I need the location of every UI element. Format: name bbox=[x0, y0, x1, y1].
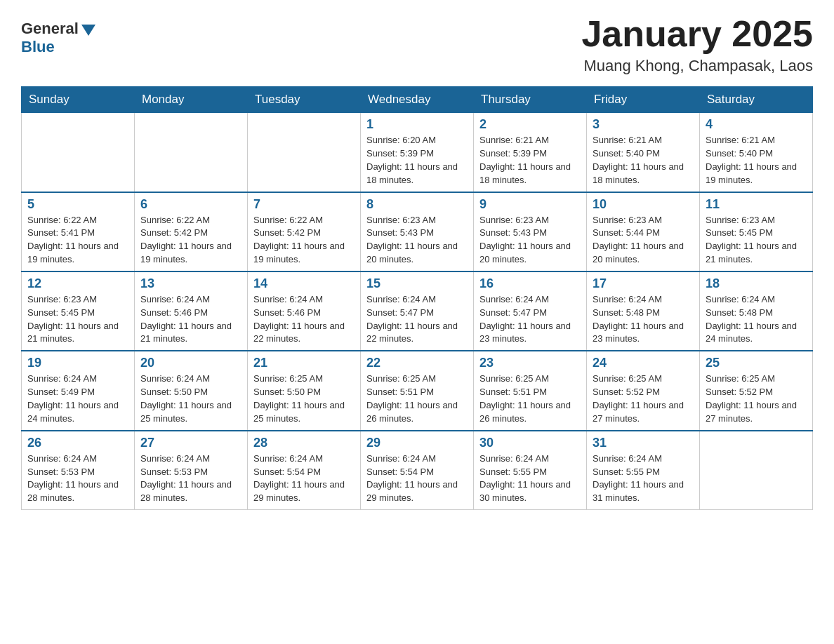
calendar-cell: 27Sunrise: 6:24 AM Sunset: 5:53 PM Dayli… bbox=[135, 431, 248, 510]
day-info: Sunrise: 6:25 AM Sunset: 5:51 PM Dayligh… bbox=[479, 373, 581, 425]
day-number: 23 bbox=[479, 356, 581, 370]
day-number: 25 bbox=[706, 356, 807, 370]
day-number: 14 bbox=[253, 276, 355, 291]
day-number: 12 bbox=[27, 276, 128, 291]
day-number: 8 bbox=[366, 197, 468, 212]
day-info: Sunrise: 6:24 AM Sunset: 5:53 PM Dayligh… bbox=[140, 452, 241, 505]
calendar-cell bbox=[22, 113, 135, 192]
day-number: 21 bbox=[253, 356, 355, 370]
calendar-cell: 18Sunrise: 6:24 AM Sunset: 5:48 PM Dayli… bbox=[700, 271, 813, 351]
calendar-cell: 21Sunrise: 6:25 AM Sunset: 5:50 PM Dayli… bbox=[248, 351, 361, 430]
day-info: Sunrise: 6:21 AM Sunset: 5:39 PM Dayligh… bbox=[479, 134, 581, 187]
calendar-cell: 20Sunrise: 6:24 AM Sunset: 5:50 PM Dayli… bbox=[135, 351, 248, 430]
day-number: 1 bbox=[366, 117, 468, 132]
calendar-cell: 16Sunrise: 6:24 AM Sunset: 5:47 PM Dayli… bbox=[474, 271, 587, 351]
calendar-cell: 1Sunrise: 6:20 AM Sunset: 5:39 PM Daylig… bbox=[361, 113, 474, 192]
calendar-cell: 8Sunrise: 6:23 AM Sunset: 5:43 PM Daylig… bbox=[361, 192, 474, 271]
location-title: Muang Khong, Champasak, Laos bbox=[581, 57, 813, 75]
calendar-cell: 14Sunrise: 6:24 AM Sunset: 5:46 PM Dayli… bbox=[248, 271, 361, 351]
day-number: 30 bbox=[479, 436, 581, 450]
calendar-cell: 29Sunrise: 6:24 AM Sunset: 5:54 PM Dayli… bbox=[361, 431, 474, 510]
calendar-cell: 26Sunrise: 6:24 AM Sunset: 5:53 PM Dayli… bbox=[22, 431, 135, 510]
day-info: Sunrise: 6:23 AM Sunset: 5:43 PM Dayligh… bbox=[366, 214, 468, 267]
logo-general-text: General bbox=[21, 20, 79, 38]
day-number: 16 bbox=[479, 276, 581, 291]
day-info: Sunrise: 6:23 AM Sunset: 5:43 PM Dayligh… bbox=[479, 214, 581, 267]
calendar-week-row: 5Sunrise: 6:22 AM Sunset: 5:41 PM Daylig… bbox=[22, 192, 813, 271]
day-info: Sunrise: 6:25 AM Sunset: 5:51 PM Dayligh… bbox=[366, 373, 468, 425]
calendar-cell: 24Sunrise: 6:25 AM Sunset: 5:52 PM Dayli… bbox=[587, 351, 700, 430]
calendar-cell bbox=[135, 113, 248, 192]
day-info: Sunrise: 6:24 AM Sunset: 5:55 PM Dayligh… bbox=[593, 452, 694, 505]
logo: General Blue bbox=[21, 20, 95, 56]
day-info: Sunrise: 6:25 AM Sunset: 5:52 PM Dayligh… bbox=[593, 373, 694, 425]
day-number: 17 bbox=[593, 276, 694, 291]
calendar-header-row: SundayMondayTuesdayWednesdayThursdayFrid… bbox=[22, 87, 813, 113]
calendar-cell: 12Sunrise: 6:23 AM Sunset: 5:45 PM Dayli… bbox=[22, 271, 135, 351]
day-number: 29 bbox=[366, 436, 468, 450]
day-info: Sunrise: 6:24 AM Sunset: 5:55 PM Dayligh… bbox=[479, 452, 581, 505]
calendar-cell: 28Sunrise: 6:24 AM Sunset: 5:54 PM Dayli… bbox=[248, 431, 361, 510]
header: General Blue January 2025 Muang Khong, C… bbox=[21, 14, 813, 75]
day-info: Sunrise: 6:25 AM Sunset: 5:50 PM Dayligh… bbox=[253, 373, 355, 425]
day-info: Sunrise: 6:24 AM Sunset: 5:48 PM Dayligh… bbox=[593, 293, 694, 346]
calendar-cell: 2Sunrise: 6:21 AM Sunset: 5:39 PM Daylig… bbox=[474, 113, 587, 192]
day-number: 24 bbox=[593, 356, 694, 370]
calendar-cell: 23Sunrise: 6:25 AM Sunset: 5:51 PM Dayli… bbox=[474, 351, 587, 430]
day-info: Sunrise: 6:24 AM Sunset: 5:46 PM Dayligh… bbox=[140, 293, 241, 346]
calendar-cell bbox=[700, 431, 813, 510]
calendar-cell: 19Sunrise: 6:24 AM Sunset: 5:49 PM Dayli… bbox=[22, 351, 135, 430]
day-info: Sunrise: 6:21 AM Sunset: 5:40 PM Dayligh… bbox=[593, 134, 694, 187]
calendar-header-tuesday: Tuesday bbox=[248, 87, 361, 113]
calendar-header-thursday: Thursday bbox=[474, 87, 587, 113]
calendar-cell: 25Sunrise: 6:25 AM Sunset: 5:52 PM Dayli… bbox=[700, 351, 813, 430]
calendar-week-row: 1Sunrise: 6:20 AM Sunset: 5:39 PM Daylig… bbox=[22, 113, 813, 192]
day-number: 20 bbox=[140, 356, 241, 370]
day-info: Sunrise: 6:23 AM Sunset: 5:44 PM Dayligh… bbox=[593, 214, 694, 267]
calendar-cell: 4Sunrise: 6:21 AM Sunset: 5:40 PM Daylig… bbox=[700, 113, 813, 192]
day-info: Sunrise: 6:23 AM Sunset: 5:45 PM Dayligh… bbox=[706, 214, 807, 267]
day-number: 11 bbox=[706, 197, 807, 212]
calendar-header-friday: Friday bbox=[587, 87, 700, 113]
calendar-week-row: 19Sunrise: 6:24 AM Sunset: 5:49 PM Dayli… bbox=[22, 351, 813, 430]
calendar-week-row: 26Sunrise: 6:24 AM Sunset: 5:53 PM Dayli… bbox=[22, 431, 813, 510]
day-number: 26 bbox=[27, 436, 128, 450]
day-info: Sunrise: 6:24 AM Sunset: 5:47 PM Dayligh… bbox=[479, 293, 581, 346]
logo-arrow-icon bbox=[81, 25, 95, 36]
day-info: Sunrise: 6:24 AM Sunset: 5:47 PM Dayligh… bbox=[366, 293, 468, 346]
day-info: Sunrise: 6:24 AM Sunset: 5:54 PM Dayligh… bbox=[366, 452, 468, 505]
calendar-cell: 15Sunrise: 6:24 AM Sunset: 5:47 PM Dayli… bbox=[361, 271, 474, 351]
day-number: 10 bbox=[593, 197, 694, 212]
calendar-cell: 17Sunrise: 6:24 AM Sunset: 5:48 PM Dayli… bbox=[587, 271, 700, 351]
calendar-cell: 3Sunrise: 6:21 AM Sunset: 5:40 PM Daylig… bbox=[587, 113, 700, 192]
day-number: 22 bbox=[366, 356, 468, 370]
calendar-cell: 5Sunrise: 6:22 AM Sunset: 5:41 PM Daylig… bbox=[22, 192, 135, 271]
day-number: 31 bbox=[593, 436, 694, 450]
calendar-cell: 31Sunrise: 6:24 AM Sunset: 5:55 PM Dayli… bbox=[587, 431, 700, 510]
day-info: Sunrise: 6:25 AM Sunset: 5:52 PM Dayligh… bbox=[706, 373, 807, 425]
day-number: 18 bbox=[706, 276, 807, 291]
calendar-header-monday: Monday bbox=[135, 87, 248, 113]
day-info: Sunrise: 6:22 AM Sunset: 5:42 PM Dayligh… bbox=[253, 214, 355, 267]
calendar-cell bbox=[248, 113, 361, 192]
calendar-week-row: 12Sunrise: 6:23 AM Sunset: 5:45 PM Dayli… bbox=[22, 271, 813, 351]
calendar-cell: 7Sunrise: 6:22 AM Sunset: 5:42 PM Daylig… bbox=[248, 192, 361, 271]
calendar-cell: 11Sunrise: 6:23 AM Sunset: 5:45 PM Dayli… bbox=[700, 192, 813, 271]
calendar-header-sunday: Sunday bbox=[22, 87, 135, 113]
day-info: Sunrise: 6:20 AM Sunset: 5:39 PM Dayligh… bbox=[366, 134, 468, 187]
day-number: 7 bbox=[253, 197, 355, 212]
calendar-cell: 9Sunrise: 6:23 AM Sunset: 5:43 PM Daylig… bbox=[474, 192, 587, 271]
day-number: 28 bbox=[253, 436, 355, 450]
day-number: 5 bbox=[27, 197, 128, 212]
day-number: 6 bbox=[140, 197, 241, 212]
day-number: 2 bbox=[479, 117, 581, 132]
calendar-cell: 10Sunrise: 6:23 AM Sunset: 5:44 PM Dayli… bbox=[587, 192, 700, 271]
day-info: Sunrise: 6:22 AM Sunset: 5:41 PM Dayligh… bbox=[27, 214, 128, 267]
day-number: 27 bbox=[140, 436, 241, 450]
day-number: 3 bbox=[593, 117, 694, 132]
day-number: 13 bbox=[140, 276, 241, 291]
calendar-cell: 6Sunrise: 6:22 AM Sunset: 5:42 PM Daylig… bbox=[135, 192, 248, 271]
calendar-header-wednesday: Wednesday bbox=[361, 87, 474, 113]
day-info: Sunrise: 6:24 AM Sunset: 5:50 PM Dayligh… bbox=[140, 373, 241, 425]
day-info: Sunrise: 6:24 AM Sunset: 5:46 PM Dayligh… bbox=[253, 293, 355, 346]
